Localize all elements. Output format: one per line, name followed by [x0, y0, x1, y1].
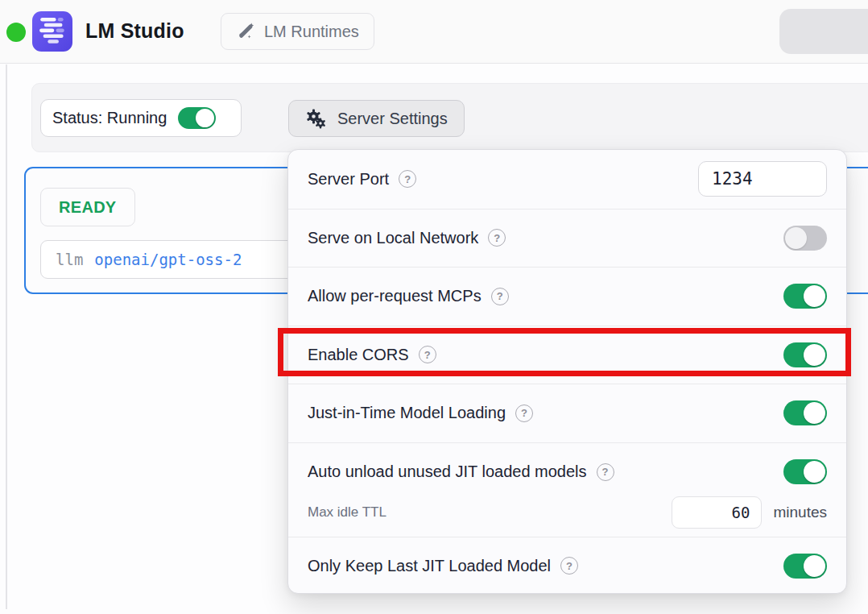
server-settings-button[interactable]: Server Settings [288, 100, 465, 137]
setting-row-local-network: Serve on Local Network ? [288, 209, 846, 268]
setting-row-server-port: Server Port ? [288, 150, 846, 209]
setting-label: Only Keep Last JIT Loaded Model [308, 557, 551, 575]
server-status-label: Status: Running [52, 109, 167, 127]
setting-label: Just-in-Time Model Loading [308, 404, 506, 422]
code-prefix: llm [56, 251, 83, 268]
server-settings-label: Server Settings [337, 110, 448, 128]
allow-per-request-mcps-toggle[interactable] [783, 284, 827, 309]
setting-label: Server Port [308, 170, 389, 189]
help-icon[interactable]: ? [515, 404, 533, 422]
setting-label: Allow per-request MCPs [308, 287, 482, 305]
magic-wand-icon [236, 22, 255, 41]
server-status-bar: Status: Running [31, 83, 868, 152]
setting-row-jit-loading: Just-in-Time Model Loading ? [288, 384, 846, 442]
server-settings-popover: Server Port ? Serve on Local Network ? A… [287, 149, 847, 594]
help-icon[interactable]: ? [597, 463, 614, 481]
toggle-knob [804, 402, 825, 424]
setting-row-enable-cors: Enable CORS ? [288, 326, 846, 384]
setting-row-per-request-mcps: Allow per-request MCPs ? [288, 267, 846, 326]
lm-studio-window: LM Studio LM Runtimes Status: Running [0, 0, 868, 614]
toggle-knob [196, 109, 214, 127]
help-icon[interactable]: ? [491, 288, 509, 305]
serve-local-network-toggle[interactable] [783, 226, 827, 251]
server-status-pill: Status: Running [40, 99, 242, 137]
content-left-divider [6, 64, 7, 609]
setting-label: Serve on Local Network [308, 229, 478, 247]
auto-unload-toggle[interactable] [783, 459, 827, 484]
server-port-input[interactable] [698, 161, 827, 197]
help-icon[interactable]: ? [419, 346, 436, 363]
toggle-knob [804, 461, 825, 483]
max-idle-ttl-line: Max idle TTL minutes [308, 493, 827, 532]
jit-model-loading-toggle[interactable] [783, 400, 827, 425]
auto-unload-main-line: Auto unload unused JIT loaded models ? [308, 451, 827, 493]
max-idle-ttl-label: Max idle TTL [308, 504, 386, 521]
setting-label: Auto unload unused JIT loaded models [308, 463, 587, 481]
help-icon[interactable]: ? [560, 557, 578, 575]
header-right-button[interactable] [779, 9, 868, 54]
lm-runtimes-button[interactable]: LM Runtimes [221, 13, 374, 50]
toggle-knob [804, 555, 825, 577]
server-status-toggle[interactable] [178, 107, 216, 129]
keep-last-jit-toggle[interactable] [783, 554, 827, 579]
lm-runtimes-label: LM Runtimes [264, 23, 359, 41]
setting-row-keep-last-jit: Only Keep Last JIT Loaded Model ? [288, 537, 846, 595]
ttl-unit-label: minutes [773, 504, 827, 521]
toggle-knob [785, 227, 807, 249]
model-identifier: openai/gpt-oss-2 [94, 251, 242, 268]
header-bar: LM Studio LM Runtimes [0, 0, 868, 64]
max-idle-ttl-input[interactable] [672, 496, 762, 529]
status-dot-icon [6, 23, 26, 42]
help-icon[interactable]: ? [488, 229, 506, 247]
setting-label: Enable CORS [308, 346, 409, 364]
enable-cors-toggle[interactable] [783, 342, 827, 367]
ready-badge-label: READY [59, 198, 117, 217]
toggle-knob [804, 344, 825, 366]
help-icon[interactable]: ? [399, 170, 416, 188]
toggle-knob [804, 285, 825, 307]
setting-row-auto-unload: Auto unload unused JIT loaded models ? M… [288, 442, 846, 537]
ready-status-badge: READY [40, 188, 135, 226]
lm-studio-logo-icon [32, 11, 72, 52]
app-title: LM Studio [85, 19, 184, 43]
gears-icon [305, 108, 327, 130]
